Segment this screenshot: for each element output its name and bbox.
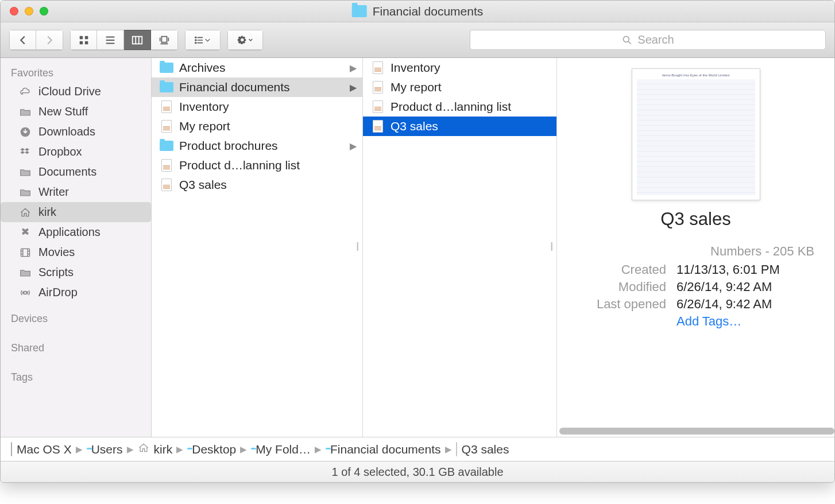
column-item[interactable]: Product d…lanning list (363, 97, 556, 117)
svg-rect-10 (161, 36, 167, 42)
add-tags-button[interactable]: Add Tags… (577, 314, 814, 329)
list-view-button[interactable] (97, 30, 124, 50)
chevron-right-icon: ▶ (350, 82, 357, 93)
preview-meta-row: Created11/13/13, 6:01 PM (577, 262, 814, 277)
column-item[interactable]: Product d…lanning list (152, 156, 362, 175)
sidebar-item-label: Writer (38, 185, 69, 199)
sidebar-item-label: Movies (38, 246, 75, 259)
search-placeholder: Search (637, 33, 674, 46)
column-view-button[interactable] (124, 30, 151, 50)
apps-icon (18, 226, 33, 239)
sidebar-header-shared: Shared (1, 338, 151, 356)
sidebar-item-downloads[interactable]: Downloads (1, 122, 151, 142)
column-item[interactable]: Inventory (363, 58, 556, 77)
path-segment[interactable]: Users (87, 443, 123, 456)
traffic-lights (1, 7, 48, 15)
sidebar-item-kirk[interactable]: kirk (1, 202, 151, 222)
sidebar-item-label: Dropbox (38, 145, 82, 158)
svg-rect-2 (79, 41, 83, 44)
doc-icon (456, 443, 457, 456)
coverflow-view-button[interactable] (151, 30, 178, 50)
path-segment[interactable]: Financial documents (326, 443, 441, 456)
svg-point-20 (624, 36, 629, 42)
doc-icon (160, 100, 173, 113)
column-item[interactable]: Inventory (152, 97, 362, 117)
column-item[interactable]: Q3 sales (152, 175, 362, 195)
column-resize-handle[interactable]: || (357, 241, 363, 254)
doc-icon (371, 61, 385, 74)
zoom-icon[interactable] (40, 7, 48, 15)
sidebar-item-applications[interactable]: Applications (1, 222, 151, 242)
path-segment[interactable]: kirk (138, 442, 173, 456)
preview-title: Q3 sales (577, 209, 814, 230)
scrollbar-thumb[interactable] (559, 428, 834, 435)
chevron-right-icon: ▶ (127, 444, 134, 455)
chevron-right-icon: ▶ (350, 141, 357, 152)
column-item-label: Product brochures (179, 139, 278, 153)
sidebar-item-writer[interactable]: Writer (1, 182, 151, 202)
doc-blank-icon (160, 179, 173, 191)
sidebar-item-label: Applications (38, 226, 100, 239)
column-item[interactable]: Financial documents▶ (152, 77, 362, 97)
sidebar-item-label: Documents (38, 165, 96, 179)
horizontal-scrollbar[interactable] (307, 425, 834, 437)
window-body: Favorites iCloud DriveNew StuffDownloads… (1, 58, 834, 437)
arrange-button-group (185, 30, 221, 50)
nav-buttons (9, 30, 63, 50)
column-item-label: Inventory (391, 61, 440, 75)
back-button[interactable] (9, 30, 36, 50)
path-segment[interactable]: Q3 sales (456, 443, 509, 456)
chevron-right-icon: ▶ (240, 444, 247, 455)
folder-gray-icon (18, 106, 33, 118)
column-item[interactable]: Product brochures▶ (152, 136, 362, 156)
thumb-caption: Items Bought Into Eyes of the World Limi… (637, 73, 755, 77)
preview-meta-value: 6/26/14, 9:42 AM (676, 280, 772, 294)
preview-meta-label: Created (577, 262, 666, 277)
path-segment[interactable]: My Fold… (251, 443, 311, 456)
sidebar-header-favorites: Favorites (1, 63, 151, 82)
sidebar-item-label: New Stuff (38, 105, 88, 118)
column-item[interactable]: Archives▶ (152, 58, 362, 77)
sidebar-item-label: kirk (38, 206, 56, 219)
close-icon[interactable] (10, 7, 18, 15)
svg-rect-1 (84, 36, 88, 38)
sidebar-item-scripts[interactable]: Scripts (1, 262, 151, 282)
icon-view-button[interactable] (70, 30, 97, 50)
sidebar: Favorites iCloud DriveNew StuffDownloads… (1, 58, 152, 437)
sidebar-item-label: Downloads (38, 125, 95, 138)
svg-rect-0 (79, 36, 83, 38)
sidebar-item-dropbox[interactable]: Dropbox (1, 142, 151, 162)
path-label: Q3 sales (462, 443, 509, 456)
folder-icon (160, 81, 173, 94)
sidebar-item-new-stuff[interactable]: New Stuff (1, 102, 151, 122)
finder-window: Financial documents Search (0, 0, 835, 483)
folder-gray-icon (18, 186, 33, 199)
chevron-right-icon: ▶ (176, 444, 183, 455)
sidebar-item-icloud-drive[interactable]: iCloud Drive (1, 82, 151, 102)
chevron-right-icon: ▶ (350, 63, 357, 73)
sidebar-item-documents[interactable]: Documents (1, 162, 151, 182)
column-resize-handle[interactable]: || (551, 241, 557, 254)
folder-icon (160, 139, 173, 152)
column-item[interactable]: My report (152, 117, 362, 136)
column-0: Archives▶Financial documents▶InventoryMy… (152, 58, 363, 437)
sidebar-item-airdrop[interactable]: AirDrop (1, 282, 151, 303)
path-segment[interactable]: Desktop (187, 443, 236, 456)
svg-point-30 (24, 291, 27, 294)
svg-rect-7 (133, 36, 142, 44)
preview-meta-label: Modified (577, 280, 666, 294)
action-button[interactable] (227, 30, 263, 50)
forward-button[interactable] (36, 30, 63, 50)
search-wrapper: Search (470, 30, 826, 50)
search-input[interactable]: Search (470, 30, 826, 50)
column-item[interactable]: Q3 sales (363, 117, 556, 136)
column-item[interactable]: My report (363, 77, 556, 97)
column-item-label: Archives (179, 61, 226, 75)
path-segment[interactable]: Mac OS X (11, 443, 72, 456)
minimize-icon[interactable] (25, 7, 33, 15)
sidebar-item-label: iCloud Drive (38, 85, 101, 98)
sidebar-item-movies[interactable]: Movies (1, 242, 151, 262)
arrange-button[interactable] (185, 30, 221, 50)
preview-meta-value: 11/13/13, 6:01 PM (676, 262, 780, 277)
cloud-icon (18, 86, 33, 98)
